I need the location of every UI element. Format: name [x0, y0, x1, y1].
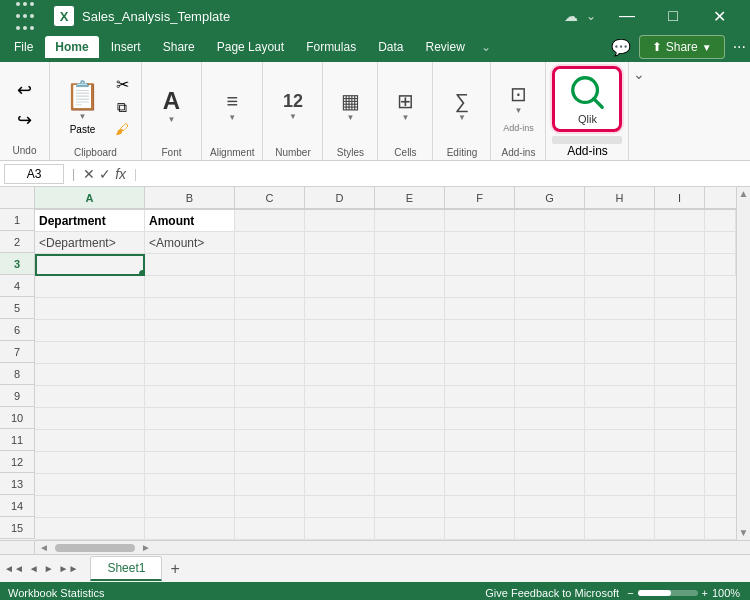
cell-C8[interactable]: [235, 364, 305, 386]
cell-D15[interactable]: [305, 518, 375, 540]
horizontal-scrollbar[interactable]: ◄ ►: [35, 541, 736, 554]
cell-B11[interactable]: [145, 430, 235, 452]
cell-E12[interactable]: [375, 452, 445, 474]
cell-I7[interactable]: [655, 342, 705, 364]
cell-F2[interactable]: [445, 232, 515, 254]
zoom-slider[interactable]: [638, 590, 698, 596]
cell-H11[interactable]: [585, 430, 655, 452]
cell-G5[interactable]: [515, 298, 585, 320]
cell-H5[interactable]: [585, 298, 655, 320]
cell-G12[interactable]: [515, 452, 585, 474]
cell-D10[interactable]: [305, 408, 375, 430]
redo-button[interactable]: ↪: [10, 106, 39, 134]
cell-F6[interactable]: [445, 320, 515, 342]
cell-G15[interactable]: [515, 518, 585, 540]
col-header-A[interactable]: A: [35, 187, 145, 209]
cell-F1[interactable]: [445, 210, 515, 232]
cell-F9[interactable]: [445, 386, 515, 408]
row-header-12[interactable]: 12: [0, 451, 35, 473]
cell-C15[interactable]: [235, 518, 305, 540]
col-header-I[interactable]: I: [655, 187, 705, 209]
h-scroll-thumb[interactable]: [55, 544, 135, 552]
row-header-11[interactable]: 11: [0, 429, 35, 451]
cell-C1[interactable]: [235, 210, 305, 232]
cell-C4[interactable]: [235, 276, 305, 298]
col-header-C[interactable]: C: [235, 187, 305, 209]
cell-C10[interactable]: [235, 408, 305, 430]
cell-H8[interactable]: [585, 364, 655, 386]
cell-H1[interactable]: [585, 210, 655, 232]
cell-I10[interactable]: [655, 408, 705, 430]
undo-button[interactable]: ↩: [10, 76, 39, 104]
cell-A9[interactable]: [35, 386, 145, 408]
cell-E2[interactable]: [375, 232, 445, 254]
cell-A13[interactable]: [35, 474, 145, 496]
cell-D7[interactable]: [305, 342, 375, 364]
menu-insert[interactable]: Insert: [101, 36, 151, 58]
cell-D3[interactable]: [305, 254, 375, 276]
scroll-left-arrow[interactable]: ◄: [39, 542, 49, 553]
cell-D14[interactable]: [305, 496, 375, 518]
menu-page-layout[interactable]: Page Layout: [207, 36, 294, 58]
cell-E15[interactable]: [375, 518, 445, 540]
cell-G8[interactable]: [515, 364, 585, 386]
cell-I13[interactable]: [655, 474, 705, 496]
row-header-4[interactable]: 4: [0, 275, 35, 297]
cell-D6[interactable]: [305, 320, 375, 342]
cell-E1[interactable]: [375, 210, 445, 232]
cell-A8[interactable]: [35, 364, 145, 386]
cell-E11[interactable]: [375, 430, 445, 452]
number-button[interactable]: 12 ▼: [275, 88, 311, 124]
cell-I4[interactable]: [655, 276, 705, 298]
ribbon-collapse-button[interactable]: ⌄: [633, 66, 645, 82]
cell-C12[interactable]: [235, 452, 305, 474]
cut-button[interactable]: ✂: [111, 73, 133, 96]
cell-G13[interactable]: [515, 474, 585, 496]
row-header-6[interactable]: 6: [0, 319, 35, 341]
close-button[interactable]: ✕: [696, 0, 742, 32]
cell-F11[interactable]: [445, 430, 515, 452]
cell-E10[interactable]: [375, 408, 445, 430]
cell-G14[interactable]: [515, 496, 585, 518]
cell-F10[interactable]: [445, 408, 515, 430]
row-header-13[interactable]: 13: [0, 473, 35, 495]
alignment-button[interactable]: ≡ ▼: [214, 87, 250, 125]
cell-F15[interactable]: [445, 518, 515, 540]
font-button[interactable]: A ▼: [154, 84, 190, 127]
cell-B10[interactable]: [145, 408, 235, 430]
cell-B4[interactable]: [145, 276, 235, 298]
cell-B15[interactable]: [145, 518, 235, 540]
scroll-down-arrow[interactable]: ▼: [739, 528, 749, 538]
cell-H7[interactable]: [585, 342, 655, 364]
menu-formulas[interactable]: Formulas: [296, 36, 366, 58]
sheet-nav-next[interactable]: ►: [44, 563, 54, 574]
cell-B2[interactable]: <Amount>: [145, 232, 235, 254]
cell-B12[interactable]: [145, 452, 235, 474]
cell-C13[interactable]: [235, 474, 305, 496]
cell-I3[interactable]: [655, 254, 705, 276]
col-header-F[interactable]: F: [445, 187, 515, 209]
cell-H10[interactable]: [585, 408, 655, 430]
cell-A12[interactable]: [35, 452, 145, 474]
cell-D8[interactable]: [305, 364, 375, 386]
cell-I14[interactable]: [655, 496, 705, 518]
maximize-button[interactable]: □: [650, 0, 696, 32]
cell-I9[interactable]: [655, 386, 705, 408]
feedback-text[interactable]: Give Feedback to Microsoft: [485, 587, 619, 599]
cell-G7[interactable]: [515, 342, 585, 364]
row-header-5[interactable]: 5: [0, 297, 35, 319]
sheet-nav-first[interactable]: ◄◄: [4, 563, 24, 574]
paste-button[interactable]: 📋 ▼: [58, 76, 107, 124]
cell-F8[interactable]: [445, 364, 515, 386]
cell-G6[interactable]: [515, 320, 585, 342]
cell-H4[interactable]: [585, 276, 655, 298]
cell-D5[interactable]: [305, 298, 375, 320]
row-header-7[interactable]: 7: [0, 341, 35, 363]
cell-G2[interactable]: [515, 232, 585, 254]
cell-E7[interactable]: [375, 342, 445, 364]
cell-I2[interactable]: [655, 232, 705, 254]
cell-H3[interactable]: [585, 254, 655, 276]
cell-I12[interactable]: [655, 452, 705, 474]
row-header-3[interactable]: 3: [0, 253, 35, 275]
cell-reference-input[interactable]: [4, 164, 64, 184]
